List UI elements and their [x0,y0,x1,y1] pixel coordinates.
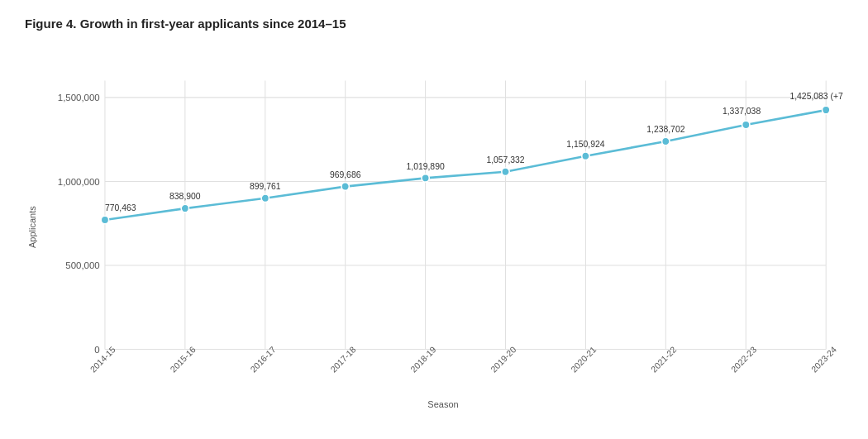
svg-text:838,900: 838,900 [169,191,201,201]
svg-point-42 [662,137,670,146]
chart-title: Figure 4. Growth in first-year applicant… [25,17,843,31]
page-container: Figure 4. Growth in first-year applicant… [0,0,868,439]
svg-text:2016-17: 2016-17 [248,344,277,374]
y-axis-label: Applicants [25,45,40,409]
svg-point-28 [101,216,108,224]
svg-point-32 [261,194,269,203]
svg-text:899,761: 899,761 [250,181,281,191]
svg-point-36 [422,174,429,183]
svg-text:1,057,332: 1,057,332 [486,155,524,165]
svg-point-34 [341,183,349,191]
svg-text:1,425,083 (+7%): 1,425,083 (+7%) [789,91,843,101]
svg-text:1,500,000: 1,500,000 [58,93,100,103]
svg-text:1,337,038: 1,337,038 [723,106,761,116]
svg-text:2014-15: 2014-15 [88,344,117,374]
chart-area: Applicants 0500,0001,000,0001,500,000201… [25,45,843,409]
svg-text:1,000,000: 1,000,000 [58,177,100,187]
svg-text:1,150,924: 1,150,924 [566,139,604,149]
svg-text:2015-16: 2015-16 [168,344,197,374]
svg-text:2018-19: 2018-19 [408,344,437,374]
svg-point-46 [822,106,829,114]
line-chart: 0500,0001,000,0001,500,0002014-152015-16… [43,45,843,398]
svg-text:770,463: 770,463 [105,203,136,212]
x-axis-label: Season [43,399,843,409]
svg-text:969,686: 969,686 [330,169,361,179]
svg-text:2017-18: 2017-18 [328,344,357,374]
svg-text:1,019,890: 1,019,890 [406,161,444,171]
svg-text:2021-22: 2021-22 [649,344,678,374]
svg-text:2022-23: 2022-23 [729,344,758,374]
svg-text:2019-20: 2019-20 [489,344,517,374]
svg-text:0: 0 [94,345,99,355]
svg-point-30 [181,204,188,212]
svg-text:500,000: 500,000 [65,260,99,270]
svg-text:2020-21: 2020-21 [569,344,598,374]
chart-inner: 0500,0001,000,0001,500,0002014-152015-16… [43,45,843,409]
svg-point-38 [502,168,509,176]
svg-text:1,238,702: 1,238,702 [646,124,684,134]
svg-point-40 [582,152,589,160]
svg-point-44 [742,121,750,129]
svg-text:2023-24: 2023-24 [809,344,838,374]
